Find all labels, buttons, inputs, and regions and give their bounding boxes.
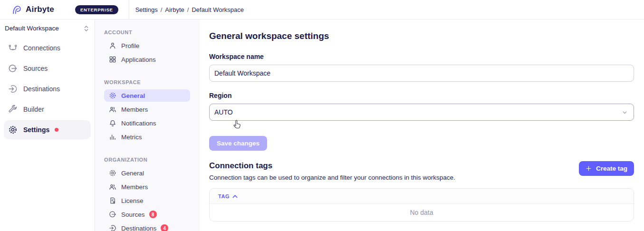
region-label: Region — [209, 92, 634, 99]
airbyte-logo-icon — [11, 4, 22, 15]
destination-icon — [8, 84, 18, 94]
settings-notification-dot — [55, 128, 58, 132]
settings-nav-label: Members — [121, 183, 148, 191]
workspace-selector[interactable]: Default Workspace — [0, 23, 95, 34]
sidebar-item-label: Connections — [23, 44, 60, 52]
sidebar-item-label: Settings — [23, 126, 49, 134]
sidebar-item-builder[interactable]: Builder — [4, 100, 91, 119]
brand-name: Airbyte — [26, 5, 54, 14]
sidebar-item-connections[interactable]: Connections — [4, 38, 91, 58]
workspace-name-label: Workspace name — [209, 53, 634, 60]
sidebar-item-label: Builder — [23, 106, 44, 113]
airbyte-settings-page: Airbyte ENTERPRISE Settings / Airbyte / … — [0, 0, 644, 231]
settings-sidebar: ACCOUNT Profile Applications WORKSPACE — [95, 19, 200, 231]
section-title-workspace: WORKSPACE — [104, 79, 190, 85]
settings-nav-label: General — [121, 170, 144, 177]
settings-nav-metrics[interactable]: Metrics — [104, 131, 190, 143]
sidebar-item-label: Sources — [23, 65, 48, 72]
breadcrumb-settings[interactable]: Settings — [135, 6, 158, 13]
table-header-row: TAG — [210, 189, 634, 204]
sources-count-badge: 8 — [149, 211, 157, 218]
person-icon — [109, 42, 116, 49]
builder-wrench-icon — [8, 105, 18, 114]
sidebar-item-destinations[interactable]: Destinations — [4, 79, 91, 98]
enterprise-badge: ENTERPRISE — [75, 5, 118, 14]
settings-nav-notifications[interactable]: Notifications — [104, 117, 190, 129]
mouse-cursor-pointer — [232, 119, 242, 130]
settings-nav-license[interactable]: License — [104, 194, 190, 207]
chevron-down-icon — [622, 109, 628, 116]
breadcrumb-default-workspace[interactable]: Default Workspace — [192, 6, 244, 13]
sidebar-item-settings[interactable]: Settings — [4, 120, 91, 139]
destination-icon — [109, 224, 116, 231]
create-tag-button[interactable]: Create tag — [579, 161, 634, 176]
gear-icon — [109, 92, 116, 99]
settings-nav-workspace-general[interactable]: General — [104, 89, 190, 102]
settings-nav-label: Applications — [121, 56, 156, 63]
header-divider — [129, 0, 129, 19]
settings-nav-label: General — [121, 92, 145, 99]
connection-tags-header: Connection tags Connection tags can be u… — [209, 161, 455, 181]
grid-icon — [109, 56, 116, 63]
settings-nav-workspace-members[interactable]: Members — [104, 103, 190, 116]
tag-column-header[interactable]: TAG — [218, 193, 238, 199]
settings-nav-org-general[interactable]: General — [104, 167, 190, 179]
table-empty-state: No data — [210, 204, 634, 221]
connections-icon — [8, 43, 18, 53]
breadcrumb-airbyte[interactable]: Airbyte — [165, 6, 184, 13]
left-sidebar: Default Workspace Connections Sour — [0, 19, 95, 231]
updown-chevron-icon — [84, 25, 89, 32]
plus-icon — [586, 165, 592, 172]
section-title-account: ACCOUNT — [104, 29, 190, 35]
workspace-name-input[interactable] — [209, 65, 634, 82]
settings-nav-label: License — [121, 197, 144, 204]
region-select[interactable]: AUTO — [209, 104, 634, 121]
settings-nav-label: Notifications — [121, 120, 156, 127]
save-changes-button[interactable]: Save changes — [209, 136, 267, 151]
settings-nav-label: Sources — [121, 211, 145, 218]
connection-tags-table: TAG No data — [209, 188, 634, 221]
sidebar-item-sources[interactable]: Sources — [4, 59, 91, 78]
top-header: Airbyte ENTERPRISE Settings / Airbyte / … — [0, 0, 644, 19]
source-icon — [109, 211, 116, 218]
breadcrumb: Settings / Airbyte / Default Workspace — [135, 6, 244, 13]
connection-tags-description: Connection tags can be used to organize … — [209, 174, 455, 181]
bell-icon — [109, 119, 116, 127]
sidebar-item-label: Destinations — [23, 85, 60, 93]
settings-nav-label: Members — [121, 106, 148, 113]
people-icon — [109, 106, 116, 113]
license-document-icon — [109, 197, 116, 204]
settings-nav-applications[interactable]: Applications — [104, 53, 190, 66]
page-title: General workspace settings — [209, 31, 634, 41]
region-selected-value: AUTO — [214, 108, 233, 116]
source-icon — [8, 64, 18, 73]
bar-chart-icon — [109, 133, 116, 141]
workspace-selector-label: Default Workspace — [5, 25, 59, 32]
gear-icon — [109, 169, 116, 177]
settings-nav-label: Profile — [121, 42, 139, 49]
settings-nav-org-sources[interactable]: Sources 8 — [104, 208, 190, 221]
settings-nav-label: Destinations — [121, 225, 156, 231]
settings-nav-profile[interactable]: Profile — [104, 39, 190, 52]
connection-tags-title: Connection tags — [209, 161, 455, 171]
gear-icon — [8, 125, 18, 135]
sort-ascending-icon — [232, 194, 238, 198]
section-title-organization: ORGANIZATION — [104, 157, 190, 163]
settings-nav-label: Metrics — [121, 134, 142, 141]
settings-nav-org-members[interactable]: Members — [104, 181, 190, 193]
people-icon — [109, 183, 116, 191]
brand-logo[interactable]: Airbyte — [0, 4, 54, 15]
main-content: General workspace settings Workspace nam… — [200, 19, 644, 231]
settings-nav-org-destinations[interactable]: Destinations 4 — [104, 222, 190, 231]
destinations-count-badge: 4 — [161, 224, 168, 231]
